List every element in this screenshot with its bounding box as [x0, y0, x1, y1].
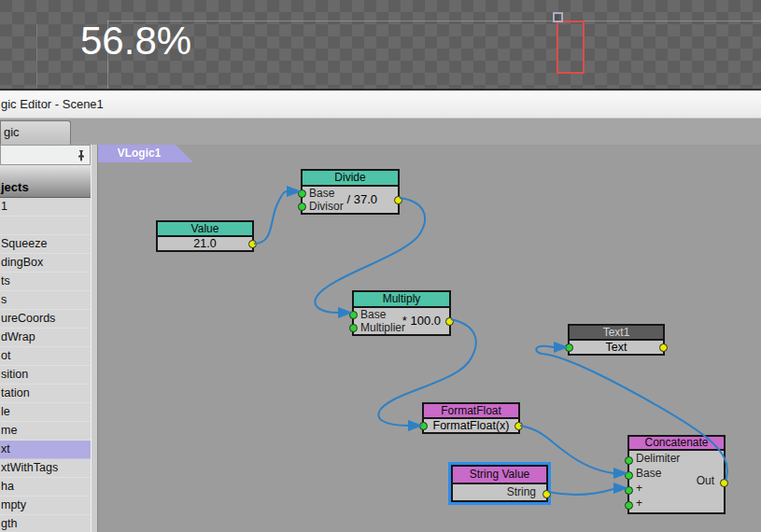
node-stringvalue-output-label: String [453, 484, 546, 500]
node-value-body: 21.0 [158, 237, 252, 250]
node-graph-canvas[interactable]: VLogic1 Value 21.0 Divide Base Divisor /… [98, 145, 761, 532]
app-window: 56.8% gic Editor - Scene1 gic jects 1 [0, 0, 761, 532]
node-multiply-value: * 100.0 [402, 314, 441, 328]
output-port[interactable] [248, 240, 257, 248]
list-item[interactable]: tation [0, 385, 91, 403]
tab-vlogic1-label: VLogic1 [118, 147, 162, 160]
input-port[interactable] [298, 189, 306, 198]
marquee-resize-handle[interactable] [553, 12, 563, 22]
list-item[interactable]: gth [0, 515, 91, 532]
node-concatenate-title: Concatenate [629, 437, 724, 451]
list-item[interactable]: xtWithTags [0, 459, 91, 478]
list-item[interactable]: 1 [0, 198, 91, 217]
node-multiply[interactable]: Multiply Base Multiplier * 100.0 [352, 290, 451, 336]
input-port[interactable] [625, 486, 633, 495]
panel-splitter[interactable] [91, 145, 98, 532]
guide-line-horizontal [107, 21, 761, 21]
list-item[interactable]: ot [0, 347, 91, 366]
input-port[interactable] [625, 456, 633, 465]
input-label: + [629, 496, 724, 511]
window-title-bar[interactable]: gic Editor - Scene1 [0, 89, 761, 119]
list-item-selected[interactable]: xt [0, 441, 91, 459]
list-item[interactable]: dWrap [0, 329, 91, 347]
tab-vlogic[interactable]: gic [0, 120, 71, 145]
sidebar-list: 1 Squeeze dingBox ts s ureCoords dWrap o… [0, 198, 91, 532]
output-port[interactable] [445, 317, 454, 326]
sidebar-group-header: jects [0, 165, 91, 198]
red-marquee-rectangle[interactable] [557, 21, 585, 74]
node-formatfloat-body: FormatFloat(x) [424, 419, 518, 432]
node-divide-title: Divide [303, 171, 398, 187]
output-port[interactable] [659, 343, 668, 352]
list-item[interactable]: mpty [0, 497, 91, 515]
node-text1-title: Text1 [570, 326, 663, 341]
input-port[interactable] [625, 471, 633, 480]
node-stringvalue[interactable]: String Value String [451, 465, 548, 502]
list-item[interactable]: ureCoords [0, 310, 91, 329]
list-item[interactable]: ts [0, 273, 91, 291]
output-port[interactable] [394, 196, 402, 204]
node-divide-value: / 37.0 [346, 192, 377, 206]
guide-line-vertical-2 [36, 24, 37, 89]
node-value[interactable]: Value 21.0 [156, 220, 254, 252]
wire-value-to-divide[interactable] [254, 191, 287, 244]
node-formatfloat[interactable]: FormatFloat FormatFloat(x) [422, 402, 520, 434]
input-port[interactable] [419, 422, 428, 430]
node-text1-body: Text [570, 341, 663, 354]
node-multiply-title: Multiply [354, 292, 449, 308]
transparency-checker-area: 56.8% [0, 0, 761, 89]
list-item[interactable] [0, 217, 91, 235]
tab-vlogic1-active[interactable]: VLogic1 [98, 145, 193, 162]
list-item[interactable]: s [0, 291, 91, 310]
node-concatenate-output-label: Out [697, 474, 714, 487]
sidebar-group-header-label: jects [1, 180, 29, 194]
node-divide[interactable]: Divide Base Divisor / 37.0 [301, 169, 400, 215]
input-label: Delimiter [629, 451, 724, 466]
list-item[interactable]: ha [0, 478, 91, 497]
pin-icon[interactable] [77, 149, 86, 161]
list-item[interactable]: le [0, 403, 91, 422]
input-port[interactable] [349, 324, 358, 332]
node-text1[interactable]: Text1 Text [568, 324, 665, 356]
sidebar-caption-bar [0, 145, 91, 165]
percentage-overlay-text: 56.8% [80, 19, 191, 63]
sidebar-panel: jects 1 Squeeze dingBox ts s ureCoords d… [0, 145, 91, 532]
output-port[interactable] [720, 479, 728, 487]
input-port[interactable] [625, 501, 633, 510]
node-concatenate[interactable]: Concatenate Delimiter Base + + Out [627, 435, 726, 514]
node-stringvalue-title: String Value [453, 467, 546, 484]
output-port[interactable] [514, 422, 523, 430]
list-item[interactable]: sition [0, 366, 91, 385]
output-port[interactable] [543, 490, 551, 498]
document-tab-strip: gic [0, 119, 761, 145]
list-item[interactable]: dingBox [0, 254, 91, 273]
input-port[interactable] [565, 343, 573, 352]
main-area: jects 1 Squeeze dingBox ts s ureCoords d… [0, 145, 761, 532]
window-title: gic Editor - Scene1 [1, 97, 104, 111]
node-formatfloat-title: FormatFloat [424, 404, 518, 419]
list-item[interactable]: Squeeze [0, 235, 91, 254]
list-item[interactable]: me [0, 422, 91, 441]
input-port[interactable] [349, 311, 358, 319]
input-port[interactable] [298, 203, 306, 211]
tab-vlogic-label: gic [4, 125, 20, 139]
wire-stringvalue-to-concatenate[interactable] [548, 489, 613, 495]
node-value-title: Value [158, 222, 252, 237]
